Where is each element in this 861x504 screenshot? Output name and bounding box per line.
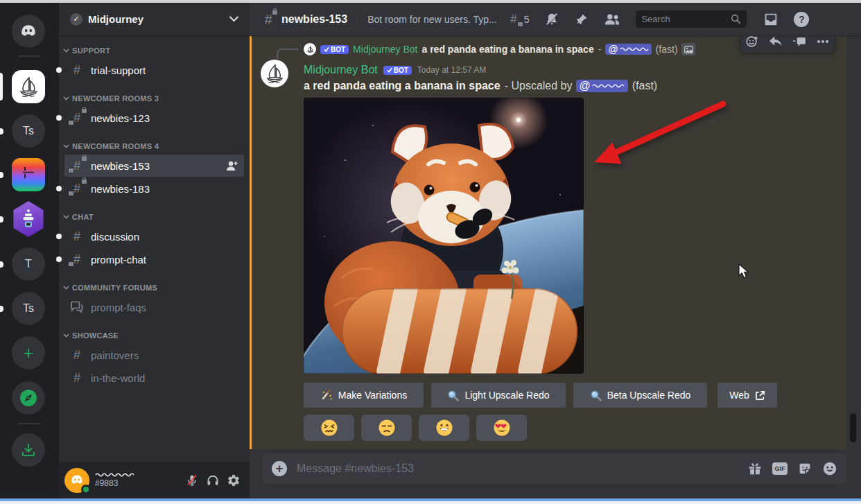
user-info[interactable]: #9883 bbox=[95, 472, 135, 488]
server-midjourney[interactable] bbox=[12, 70, 45, 103]
channel-newbies-123[interactable]: #newbies-123 bbox=[64, 107, 244, 129]
user-controls bbox=[182, 470, 244, 491]
server-ts-2[interactable]: Ts bbox=[12, 292, 45, 325]
author-name[interactable]: Midjourney Bot bbox=[304, 64, 378, 76]
make-variations-button[interactable]: Make Variations bbox=[304, 383, 424, 408]
web-button[interactable]: Web bbox=[718, 383, 777, 408]
server-fridge[interactable] bbox=[12, 158, 45, 191]
chevron-icon bbox=[63, 215, 69, 219]
download-apps-button[interactable] bbox=[12, 433, 45, 467]
attach-plus-button[interactable]: + bbox=[272, 461, 287, 476]
mention-pill[interactable]: @ bbox=[605, 44, 651, 55]
hash-lock-bubble-icon: # bbox=[70, 111, 84, 125]
reaction-unamused[interactable] bbox=[361, 415, 412, 441]
server-cake[interactable] bbox=[12, 201, 45, 237]
gif-picker-button[interactable]: GIF bbox=[772, 462, 788, 475]
reaction-confounded[interactable] bbox=[304, 415, 354, 441]
section-header[interactable]: COMMUNITY FORUMS bbox=[59, 280, 250, 295]
section-header[interactable]: SUPPORT bbox=[59, 43, 250, 58]
scrollbar-thumb[interactable] bbox=[850, 413, 856, 442]
channel-trial-support[interactable]: #trial-support bbox=[64, 59, 244, 81]
reply-suffix: (fast) bbox=[656, 44, 678, 55]
bot-badge: BOT bbox=[320, 45, 349, 54]
unread-dot bbox=[56, 67, 62, 73]
redacted-username-scribble bbox=[592, 83, 625, 89]
user-discriminator: #9883 bbox=[95, 478, 135, 488]
section-header[interactable]: SHOWCASE bbox=[59, 328, 250, 343]
gift-button[interactable] bbox=[747, 461, 763, 476]
invite-member-icon[interactable] bbox=[226, 160, 238, 171]
notifications-muted-button[interactable] bbox=[544, 12, 559, 27]
user-avatar[interactable] bbox=[64, 468, 89, 493]
prompt-text: a red panda eating a banana in space bbox=[304, 80, 501, 92]
channel-prompt-faqs[interactable]: prompt-faqs bbox=[64, 296, 244, 318]
discord-window: Ts T Ts + ✓ Midjourney SUPPORT bbox=[0, 0, 861, 504]
channel-paintovers[interactable]: #paintovers bbox=[64, 344, 244, 366]
help-button[interactable]: ? bbox=[794, 12, 809, 27]
message-input[interactable]: Message #newbies-153 bbox=[297, 462, 738, 475]
generated-image[interactable] bbox=[304, 98, 584, 374]
member-list-button[interactable] bbox=[604, 12, 620, 26]
reaction-heart-eyes[interactable] bbox=[476, 415, 527, 441]
channel-newbies-153[interactable]: #newbies-153 bbox=[64, 155, 244, 177]
home-button[interactable] bbox=[12, 15, 45, 48]
settings-gear-button[interactable] bbox=[223, 470, 244, 491]
deafen-headphones-button[interactable] bbox=[202, 470, 223, 491]
threads-button[interactable]: # 5 bbox=[507, 12, 530, 26]
pinned-messages-button[interactable] bbox=[575, 12, 589, 26]
add-reaction-button[interactable] bbox=[740, 36, 764, 53]
sticker-button[interactable] bbox=[797, 461, 812, 476]
create-thread-button[interactable] bbox=[788, 36, 811, 53]
microphone-muted-button[interactable] bbox=[182, 470, 202, 491]
search-input[interactable]: Search bbox=[636, 10, 747, 28]
more-options-button[interactable] bbox=[811, 36, 835, 53]
emoji-picker-button[interactable] bbox=[822, 461, 837, 476]
explore-servers-button[interactable] bbox=[12, 381, 45, 415]
channel-list: SUPPORT #trial-support NEWCOMER ROOMS 3 … bbox=[59, 36, 250, 389]
unread-indicator bbox=[0, 261, 3, 268]
message-actions: Make Variations Light Upscale Redo Beta … bbox=[304, 383, 777, 408]
section-header[interactable]: NEWCOMER ROOMS 3 bbox=[59, 91, 250, 106]
beta-upscale-redo-button[interactable]: Beta Upscale Redo bbox=[573, 383, 707, 408]
message-middle-text: - Upscaled by bbox=[505, 80, 573, 92]
hash-lock-bubble-icon: # bbox=[70, 159, 84, 173]
channel-topic[interactable]: Bot room for new users. Typ... bbox=[367, 14, 496, 25]
server-header[interactable]: ✓ Midjourney bbox=[59, 3, 250, 36]
channel-newbies-183[interactable]: #newbies-183 bbox=[64, 177, 244, 200]
channel-prompt-chat[interactable]: #prompt-chat bbox=[64, 248, 244, 270]
light-upscale-redo-button[interactable]: Light Upscale Redo bbox=[431, 383, 566, 408]
server-rail: Ts T Ts + bbox=[0, 3, 59, 498]
bot-avatar[interactable] bbox=[261, 60, 288, 87]
ellipsis-icon bbox=[817, 40, 828, 43]
unread-indicator bbox=[0, 172, 3, 178]
unread-dot bbox=[56, 186, 62, 191]
message-composer[interactable]: + Message #newbies-153 GIF bbox=[262, 453, 847, 484]
image-attachment-icon bbox=[681, 43, 695, 55]
channel-in-the-world[interactable]: #in-the-world bbox=[64, 367, 244, 389]
server-ts-1[interactable]: Ts bbox=[12, 114, 45, 148]
channel-title: newbies-153 bbox=[281, 13, 347, 26]
server-initials: T bbox=[25, 258, 32, 270]
selected-server-pill bbox=[0, 73, 3, 101]
inbox-button[interactable] bbox=[763, 12, 779, 27]
reaction-grinning[interactable] bbox=[419, 415, 469, 441]
reply-button[interactable] bbox=[764, 36, 788, 53]
channel-topbar: # newbies-153 Bot room for new users. Ty… bbox=[250, 3, 861, 36]
section-header[interactable]: CHAT bbox=[59, 209, 250, 225]
fridge-icon bbox=[22, 164, 35, 185]
section-header[interactable]: NEWCOMER ROOMS 4 bbox=[59, 139, 250, 154]
message-suffix: (fast) bbox=[632, 80, 657, 92]
hash-icon: # bbox=[70, 348, 84, 362]
reply-reference[interactable]: BOT Midjourney Bot a red panda eating a … bbox=[304, 42, 695, 56]
channel-discussion[interactable]: #discussion bbox=[64, 225, 244, 247]
add-server-button[interactable]: + bbox=[12, 336, 45, 370]
server-t[interactable]: T bbox=[12, 247, 45, 281]
hash-icon: # bbox=[70, 371, 84, 385]
reply-dash: - bbox=[598, 44, 602, 55]
mention-pill[interactable]: @ bbox=[576, 80, 627, 92]
hash-lock-icon: # bbox=[261, 12, 276, 26]
confounded-face-emoji bbox=[320, 419, 338, 437]
server-initials: Ts bbox=[23, 302, 34, 315]
scrollbar-track[interactable] bbox=[847, 36, 861, 449]
verified-badge-icon: ✓ bbox=[70, 13, 82, 26]
